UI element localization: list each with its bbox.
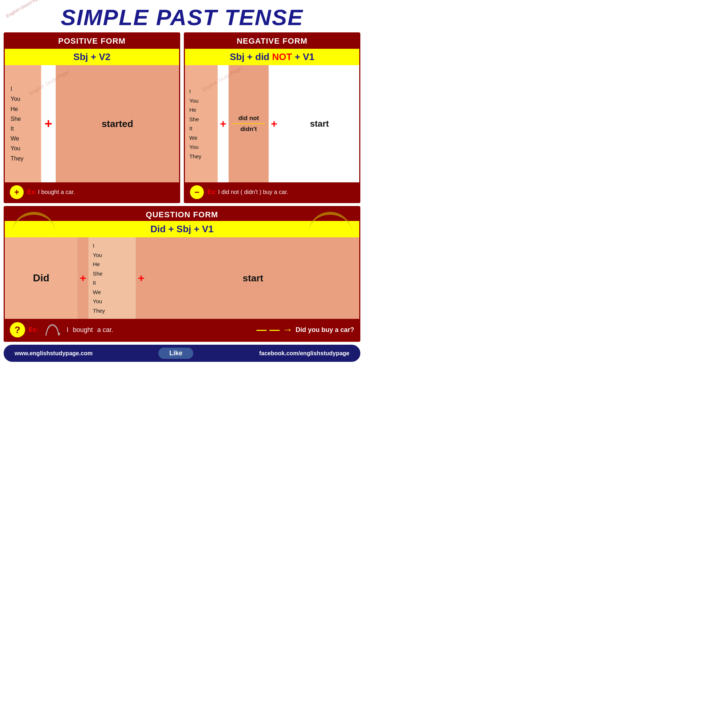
question-example-content: Ex: I bought a car. <box>29 323 252 337</box>
negative-plus: + <box>218 65 229 182</box>
subject-we: We <box>11 134 35 144</box>
negative-formula-prefix: Sbj + did <box>230 51 272 62</box>
question-content: Did + English Study Page I You He She It… <box>5 237 359 319</box>
subject-you2: You <box>11 144 35 153</box>
negative-content: English Study Page I You He She It We Yo… <box>185 65 359 182</box>
page-title: SIMPLE PAST TENSE <box>0 5 364 30</box>
question-plus: + <box>78 237 89 319</box>
q-subject-we: We <box>93 288 132 297</box>
subject-she: She <box>11 114 35 124</box>
question-example-suffix: a car. <box>97 326 113 334</box>
neg-subject-we: We <box>189 133 213 143</box>
negative-header: NEGATIVE FORM <box>185 34 359 49</box>
positive-example-bar: + Ex: I bought a car. <box>5 182 179 202</box>
neg-subject-they: They <box>189 152 213 161</box>
negative-example-sentence: I did not ( didn't ) buy a car. <box>218 189 288 195</box>
subject-you: You <box>11 94 35 104</box>
negative-did-not: did not <box>239 115 259 122</box>
negative-plus2: + <box>269 65 280 182</box>
negative-subjects: I You He She It We You They <box>185 65 218 182</box>
title-bar: SIMPLE PAST TENSE <box>0 0 364 32</box>
neg-subject-it: It <box>189 124 213 133</box>
question-formula: Did + Sbj + V1 <box>5 221 359 237</box>
positive-ex-label: Ex: <box>27 189 37 195</box>
question-example-verb: bought <box>73 326 93 334</box>
negative-circle: − <box>190 185 204 199</box>
question-did: Did <box>5 237 78 319</box>
question-verb: English Study Page start <box>147 237 359 319</box>
negative-didnt: didn't <box>240 125 257 133</box>
neg-subject-you: You <box>189 96 213 106</box>
question-example-bar: ? Ex: I bought a car. — — → Did you buy … <box>5 319 359 341</box>
negative-divider <box>232 123 265 124</box>
negative-didnot: did not didn't <box>229 65 269 182</box>
subject-he: He <box>11 104 35 114</box>
question-example-prefix: I <box>67 326 69 334</box>
subject-i: I <box>11 84 35 94</box>
q-subject-you: You <box>93 251 132 260</box>
negative-form-box: NEGATIVE FORM Sbj + did NOT + V1 English… <box>184 32 360 203</box>
top-row: POSITIVE FORM Sbj + V2 English Study Pag… <box>0 32 364 203</box>
arch-left-decoration <box>12 212 56 237</box>
question-verb-text: start <box>243 273 263 284</box>
positive-circle: + <box>10 185 24 199</box>
neg-subject-i: I <box>189 87 213 96</box>
q-subject-it: It <box>93 278 132 288</box>
positive-example-text: Ex: I bought a car. <box>27 189 75 196</box>
question-plus2: + <box>136 237 147 319</box>
negative-formula: Sbj + did NOT + V1 <box>185 49 359 65</box>
neg-subject-you2: You <box>189 142 213 152</box>
dashed-arrow-icon: — — → <box>256 324 293 336</box>
negative-example-text: Ex: I did not ( didn't ) buy a car. <box>208 189 288 196</box>
question-arrow-area: — — → Did you buy a car? <box>256 324 354 336</box>
q-subject-she: She <box>93 269 132 278</box>
question-header-area: QUESTION FORM Did + Sbj + V1 <box>5 207 359 237</box>
negative-formula-suffix: + V1 <box>292 51 314 62</box>
positive-header: POSITIVE FORM <box>5 34 179 49</box>
neg-subject-she: She <box>189 115 213 124</box>
question-result: Did you buy a car? <box>295 326 354 334</box>
question-subjects: English Study Page I You He She It We Yo… <box>89 237 136 319</box>
positive-subjects: I You He She It We You They <box>5 65 41 182</box>
negative-ex-label: Ex: <box>208 189 217 195</box>
positive-verb: started <box>56 65 179 182</box>
q-subject-they: They <box>93 306 132 316</box>
negative-example-bar: − Ex: I did not ( didn't ) buy a car. <box>185 182 359 202</box>
footer-left: www.englishstudypage.com <box>15 350 93 357</box>
negative-formula-not: NOT <box>272 51 292 62</box>
positive-formula: Sbj + V2 <box>5 49 179 65</box>
positive-content: English Study Page I You He She It We Yo… <box>5 65 179 182</box>
q-subject-you2: You <box>93 297 132 306</box>
neg-subject-he: He <box>189 105 213 115</box>
q-subject-he: He <box>93 260 132 269</box>
subject-it: It <box>11 124 35 134</box>
bottom-row: QUESTION FORM Did + Sbj + V1 Did + Engli… <box>0 203 364 343</box>
main-container: SIMPLE PAST TENSE POSITIVE FORM Sbj + V2… <box>0 0 364 364</box>
arch-container: Did + Sbj + V1 <box>5 221 359 237</box>
subject-they: They <box>11 154 35 164</box>
arch-right-decoration <box>308 212 352 237</box>
negative-verb: start <box>280 65 359 182</box>
curved-arrows-icon <box>42 323 62 337</box>
question-ex-label: Ex: <box>29 327 38 333</box>
positive-plus: + <box>41 65 56 182</box>
positive-form-box: POSITIVE FORM Sbj + V2 English Study Pag… <box>4 32 180 203</box>
question-form-box: QUESTION FORM Did + Sbj + V1 Did + Engli… <box>4 206 360 342</box>
positive-example-sentence: I bought a car. <box>38 189 75 195</box>
question-circle: ? <box>10 322 25 337</box>
footer-right: facebook.com/englishstudypage <box>259 350 349 357</box>
question-header: QUESTION FORM <box>146 207 219 221</box>
like-button[interactable]: Like <box>158 348 193 359</box>
q-subject-i: I <box>93 241 132 251</box>
footer: www.englishstudypage.com Like facebook.c… <box>4 345 360 362</box>
